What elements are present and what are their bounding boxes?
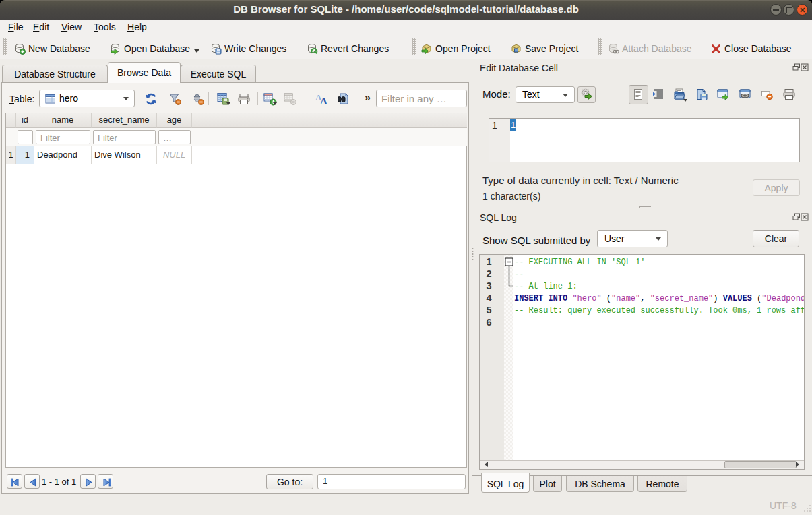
svg-text:A: A [320,96,327,106]
